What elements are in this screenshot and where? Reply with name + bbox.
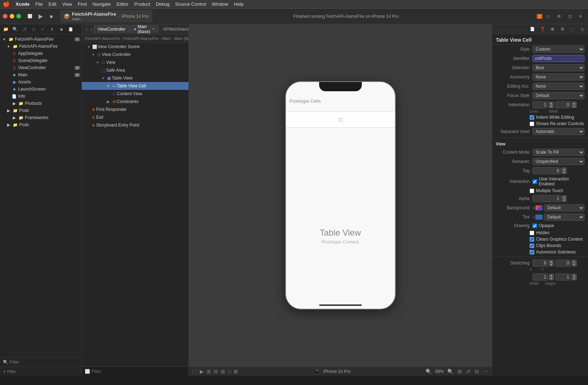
minimize-button[interactable] (10, 14, 14, 19)
zoom-in-btn[interactable]: 🔍 (447, 369, 454, 374)
menu-navigate[interactable]: Navigate (93, 1, 111, 7)
tree-item-viewcontroller[interactable]: S ViewController M (0, 64, 82, 71)
filter-input[interactable] (10, 360, 79, 365)
tree-item-pods2[interactable]: ▶ 📁 Pods (0, 121, 82, 128)
tree-item-frameworks[interactable]: ▶ 📁 Frameworks (0, 114, 82, 121)
width-input[interactable] (555, 101, 571, 108)
accessory-select[interactable]: None (532, 73, 584, 81)
inspector-attr-btn[interactable]: ⚙ (558, 25, 567, 33)
background-select[interactable]: Default (544, 204, 584, 211)
scene-item-vc[interactable]: ▾ ⬡ View Controller (82, 51, 188, 58)
level-down-btn[interactable]: ▼ (549, 105, 554, 108)
tree-item-pods[interactable]: ▶ 📁 Pods (0, 107, 82, 114)
bc-main[interactable]: Main (162, 36, 171, 41)
nav-debug-icon[interactable]: ⏸ (48, 25, 56, 33)
bc-main-base[interactable]: Main (Base) (174, 36, 188, 41)
scene-item-firstresponder[interactable]: ⊕ First Responder (82, 106, 188, 113)
tree-item-scenedelegate[interactable]: S SceneDelegate (0, 57, 82, 64)
identifier-input[interactable] (532, 55, 584, 62)
opaque-checkbox[interactable] (532, 224, 537, 228)
nav-issues-icon[interactable]: ⚠ (29, 25, 38, 33)
background-swatch[interactable] (535, 205, 542, 210)
tab-forward-btn[interactable]: › (89, 26, 93, 32)
tag-down-btn[interactable]: ▼ (562, 171, 567, 174)
scene-item-view[interactable]: ▾ □ View (82, 58, 188, 66)
scene-item-vcscene[interactable]: ▾ ⬜ View Controller Scene (82, 43, 188, 51)
sx-up[interactable]: ▲ (549, 260, 554, 263)
project-selector[interactable]: 📦 FetchAPI-AlamoFire main › iPhone 14 Pr… (60, 10, 152, 22)
style-select[interactable]: Custom (532, 46, 584, 53)
inspector-id-btn[interactable]: ⊕ (548, 25, 557, 33)
scene-item-contentview[interactable]: □ Content View (82, 90, 188, 98)
menu-edit[interactable]: Edit (48, 1, 56, 7)
semantic-select[interactable]: Unspecified (532, 158, 584, 165)
tree-item-assets[interactable]: ◉ Assets (0, 78, 82, 86)
inspector-toggle-btn[interactable]: ◫ (565, 13, 574, 20)
user-interaction-checkbox[interactable] (532, 179, 537, 184)
tag-up-btn[interactable]: ▲ (562, 168, 567, 171)
run-button[interactable]: ▶ (36, 13, 45, 20)
tab-viewcontroller[interactable]: ViewController (94, 25, 129, 33)
inspector-size-btn[interactable]: ⬚ (568, 25, 577, 33)
tree-item-main[interactable]: ■ Main M (0, 71, 82, 78)
alpha-input[interactable] (532, 195, 561, 202)
close-button[interactable] (3, 14, 7, 19)
level-input[interactable] (532, 101, 548, 108)
menu-file[interactable]: File (35, 1, 43, 7)
nav-breakpoint-icon[interactable]: ◆ (57, 25, 66, 33)
inspector-file-btn[interactable]: 📄 (528, 25, 537, 33)
level-up-btn[interactable]: ▲ (549, 102, 554, 105)
nav-test-icon[interactable]: ✓ (38, 25, 47, 33)
apple-menu[interactable]: 🍎 (3, 1, 10, 7)
indent-editing-checkbox[interactable] (530, 115, 534, 120)
alpha-up-btn[interactable]: ▲ (562, 195, 567, 199)
clips-bounds-checkbox[interactable] (530, 243, 534, 248)
sy-down[interactable]: ▼ (572, 263, 577, 266)
multiple-touch-checkbox[interactable] (530, 189, 534, 193)
stretch-h-input[interactable] (555, 273, 571, 281)
nav-vcs-icon[interactable]: ⎇ (20, 25, 28, 33)
nav-folder-icon[interactable]: 📁 (1, 25, 10, 33)
grid-btn[interactable]: ⊞ (220, 369, 226, 374)
bc-project[interactable]: FetchAPI-AlamoFire (85, 36, 120, 41)
separator-select[interactable]: Automatic (532, 128, 584, 135)
sx-down[interactable]: ▼ (549, 263, 554, 266)
selection-select[interactable]: Blue (532, 64, 584, 71)
width-up-btn[interactable]: ▲ (572, 102, 577, 105)
fit-btn[interactable]: ⊞ (457, 369, 463, 374)
menu-view[interactable]: View (62, 1, 72, 7)
tint-select[interactable]: Default (544, 214, 584, 221)
device-btn[interactable]: 📱 (313, 369, 321, 374)
layout2-btn[interactable]: ⊟ (474, 369, 480, 374)
clears-graphics-checkbox[interactable] (530, 237, 534, 242)
menu-source-control[interactable]: Source Control (175, 1, 206, 7)
menu-help[interactable]: Help (234, 1, 244, 7)
menu-window[interactable]: Window (212, 1, 228, 7)
sh-down[interactable]: ▼ (572, 277, 577, 280)
nav-search-icon[interactable]: 🔍 (11, 25, 19, 33)
add-btn[interactable]: ＋ (576, 13, 585, 20)
canvas-scroll[interactable]: Prototype Cells Table View Prototype Con… (189, 24, 492, 366)
sy-up[interactable]: ▲ (572, 260, 577, 263)
tree-item-group[interactable]: ▾ 📁 FetchAPI-AlamoFire (0, 43, 82, 50)
tab-back-btn[interactable]: ‹ (85, 26, 89, 32)
stretch-x-input[interactable] (532, 260, 548, 267)
menu-editor[interactable]: Editor (116, 1, 129, 7)
menu-find[interactable]: Find (78, 1, 87, 7)
tab-main-base[interactable]: ■ Main (Base) ✕ (130, 25, 158, 33)
back-scene-btn[interactable]: ⬚ (192, 369, 198, 374)
warning-icon[interactable]: ⚠ (544, 13, 553, 20)
forward-scene-btn[interactable]: ▶ (199, 369, 204, 374)
add-file-btn[interactable]: + (3, 369, 6, 374)
hidden-checkbox[interactable] (530, 231, 534, 235)
tree-item-info[interactable]: 📄 Info (0, 93, 82, 100)
editing-select[interactable]: None (532, 83, 584, 90)
refresh-btn[interactable]: ↺ (465, 369, 471, 374)
menu-product[interactable]: Product (134, 1, 150, 7)
stretch-w-input[interactable] (532, 273, 548, 281)
size-btn[interactable]: ⊠ (233, 369, 239, 374)
menu-debug[interactable]: Debug (156, 1, 170, 7)
inspector-connections-btn[interactable]: ◎ (578, 25, 587, 33)
content-mode-select[interactable]: Scale To Fill (532, 149, 584, 156)
sw-down[interactable]: ▼ (549, 277, 554, 280)
